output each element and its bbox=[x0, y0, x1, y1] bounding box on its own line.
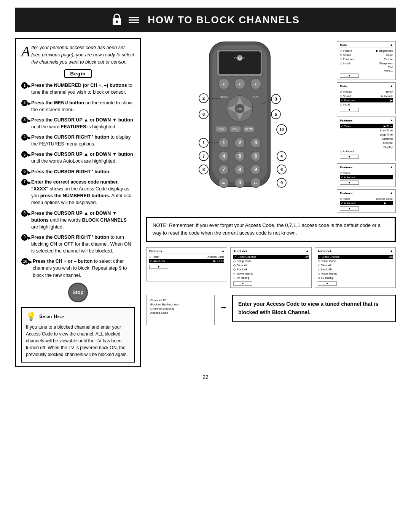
note-text: NOTE: Remember, if you ever forget your … bbox=[153, 222, 381, 236]
svg-text:7: 7 bbox=[202, 154, 204, 158]
svg-text:3: 3 bbox=[254, 140, 257, 145]
menu-screen-3: Features ▲ ✓ Timer▶ Time Start Time Stop… bbox=[337, 117, 396, 161]
stop-badge: Stop bbox=[21, 283, 135, 302]
smart-help-title: 💡 Smart Help bbox=[26, 312, 130, 321]
access-code-note-box: Enter your Access Code to view a tuned c… bbox=[232, 295, 396, 322]
step-1-num: 1 ▶ bbox=[21, 82, 31, 89]
step-7-content: Enter the correct access code number. "X… bbox=[31, 179, 135, 206]
begin-badge: Begin bbox=[21, 69, 135, 78]
step-10-content: Press the CH + or – button to select oth… bbox=[33, 258, 135, 278]
step-1: 1 ▶ Press the NUMBERED (or CH +, –) butt… bbox=[21, 82, 135, 96]
step-8-content: Press the CURSOR UP ▲ or DOWN ▼ buttons … bbox=[31, 210, 135, 230]
step-9-content: Press the CURSOR RIGHT ' button to turn … bbox=[31, 234, 135, 254]
step-2-num: 2 ▶ bbox=[21, 99, 31, 107]
svg-text:9: 9 bbox=[280, 181, 282, 185]
svg-text:8: 8 bbox=[202, 112, 204, 117]
remote-control-diagram: POWER ⏻ ● ● ● bbox=[146, 38, 333, 198]
step-2: 2 ▶ Press the MENU button on the remote … bbox=[21, 99, 135, 113]
step-5: 5 ▶ Press the CURSOR UP ▲ or DOWN ▼ butt… bbox=[21, 151, 135, 165]
bottom-screen-3: AutoLock ▲ ✓ Block ChannelOn ◇ Setup Cod… bbox=[315, 247, 396, 288]
svg-rect-2 bbox=[116, 22, 118, 23]
svg-text:●: ● bbox=[239, 82, 241, 86]
page-header: How to Block Channels bbox=[15, 8, 396, 32]
channel-blocked-row: Channel 12 Blocked By AutoLock Channel B… bbox=[146, 295, 396, 325]
svg-text:9: 9 bbox=[254, 167, 257, 172]
svg-text:1: 1 bbox=[222, 140, 225, 145]
step-4: 4 ▶ Press the CURSOR RIGHT ' button to d… bbox=[21, 134, 135, 147]
svg-text:⏮: ⏮ bbox=[222, 181, 225, 185]
svg-text:6: 6 bbox=[280, 167, 282, 172]
svg-text:5: 5 bbox=[274, 112, 277, 117]
step-9-num: 9 ▶ bbox=[21, 234, 31, 241]
step-9: 9 ▶ Press the CURSOR RIGHT ' button to t… bbox=[21, 234, 135, 254]
smart-help-text: If you tune to a blocked channel and ent… bbox=[26, 324, 130, 358]
step-4-content: Press the CURSOR RIGHT ' button to displ… bbox=[31, 134, 135, 147]
svg-text:6: 6 bbox=[254, 153, 257, 159]
step-10: 10 ▶ Press the CH + or – button to selec… bbox=[21, 258, 135, 278]
step-3-num: 3 ▶ bbox=[21, 117, 31, 124]
begin-label: Begin bbox=[64, 69, 92, 78]
note-box: NOTE: Remember, if you ever forget your … bbox=[146, 217, 396, 242]
intro-text: fter your personal access code has been … bbox=[31, 45, 134, 65]
svg-text:MUTE: MUTE bbox=[245, 128, 253, 131]
step-7-num: 7 ▶ bbox=[21, 179, 31, 186]
svg-text:VOL+: VOL+ bbox=[231, 128, 238, 131]
step-10-num: 10 ▶ bbox=[21, 258, 33, 265]
svg-text:8: 8 bbox=[202, 167, 204, 172]
menu-screen-2: Main ▲ ◇ PictureTimer ◇ SoundAutoLock ✓ … bbox=[337, 82, 396, 114]
main-content: A fter your personal access code has bee… bbox=[15, 38, 396, 367]
svg-text:3: 3 bbox=[274, 97, 277, 101]
step-2-content: Press the MENU button on the remote to s… bbox=[31, 99, 135, 113]
smart-help-box: 💡 Smart Help If you tune to a blocked ch… bbox=[21, 307, 135, 363]
svg-text:5: 5 bbox=[238, 153, 241, 159]
channel-blocked-screen: Channel 12 Blocked By AutoLock Channel B… bbox=[146, 295, 215, 325]
svg-text:MENU: MENU bbox=[220, 96, 228, 99]
svg-text:⏻: ⏻ bbox=[238, 56, 242, 60]
svg-text:OK: OK bbox=[237, 107, 242, 111]
bottom-row: Features ▲ ◇ TimerAccess Code ✓ AutoLock… bbox=[146, 247, 396, 288]
svg-text:8: 8 bbox=[238, 167, 241, 172]
access-code-note-text: Enter your Access Code to view a tuned c… bbox=[238, 301, 378, 315]
menu-screen-1: Main ▲ ✓ Picture▶ Brightness ◇ SoundColo… bbox=[337, 41, 396, 80]
step-1-content: Press the NUMBERED (or CH +, –) buttons … bbox=[31, 82, 135, 96]
svg-text:2: 2 bbox=[238, 140, 241, 145]
top-diagrams: POWER ⏻ ● ● ● bbox=[146, 38, 396, 213]
step-8-num: 8 ▶ bbox=[21, 210, 31, 217]
step-5-num: 5 ▶ bbox=[21, 151, 31, 158]
intro-paragraph: A fter your personal access code has bee… bbox=[21, 44, 135, 66]
step-8: 8 ▶ Press the CURSOR UP ▲ or DOWN ▼ butt… bbox=[21, 210, 135, 230]
lock-icon bbox=[111, 13, 123, 27]
stop-circle: Stop bbox=[68, 283, 88, 302]
step-6-num: 6 ▶ bbox=[21, 168, 31, 176]
step-6: 6 ▶ Press the CURSOR RIGHT ' button. bbox=[21, 168, 135, 176]
header-lines-left bbox=[129, 17, 139, 23]
svg-text:7: 7 bbox=[222, 167, 225, 172]
remote-svg: POWER ⏻ ● ● ● bbox=[183, 38, 297, 198]
menu-screen-4: Features ▲ ◇ Timer ✓ AutoLock ▼ bbox=[337, 163, 396, 187]
drop-cap: A bbox=[21, 44, 30, 59]
svg-text:⏭: ⏭ bbox=[254, 181, 257, 185]
step-5-content: Press the CURSOR UP ▲ or DOWN ▼ button u… bbox=[31, 151, 135, 165]
page-title: How to Block Channels bbox=[148, 14, 300, 26]
step-3: 3 ▶ Press the CURSOR UP ▲ or DOWN ▼ butt… bbox=[21, 117, 135, 130]
smart-help-label: Smart Help bbox=[39, 313, 64, 319]
svg-text:●: ● bbox=[223, 82, 225, 86]
bottom-screen-1: Features ▲ ◇ TimerAccess Code ✓ AutoLock… bbox=[146, 247, 227, 281]
step-4-num: 4 ▶ bbox=[21, 134, 31, 141]
svg-text:2: 2 bbox=[202, 96, 204, 101]
arrow-right-indicator: → bbox=[219, 302, 228, 312]
steps-list: 1 ▶ Press the NUMBERED (or CH +, –) butt… bbox=[21, 82, 135, 278]
svg-text:4: 4 bbox=[280, 154, 283, 158]
right-column: POWER ⏻ ● ● ● bbox=[146, 38, 396, 325]
bulb-icon: 💡 bbox=[26, 312, 36, 321]
step-7: 7 ▶ Enter the correct access code number… bbox=[21, 179, 135, 206]
svg-text:CH+: CH+ bbox=[218, 128, 224, 131]
menu-screen-5: Features ▲ ◇ TimerAccess Code ✓ AutoLock… bbox=[337, 189, 396, 213]
step-3-content: Press the CURSOR UP ▲ or DOWN ▼ button u… bbox=[31, 117, 135, 130]
svg-text:●: ● bbox=[255, 82, 256, 86]
page-number: 22 bbox=[0, 374, 411, 380]
stop-label: Stop bbox=[73, 289, 84, 295]
left-column: A fter your personal access code has bee… bbox=[15, 38, 141, 367]
bottom-screen-2: AutoLock ▲ ✓ Block ChannelOff ◇ Setup Co… bbox=[230, 247, 311, 288]
step-6-content: Press the CURSOR RIGHT ' button. bbox=[31, 168, 111, 175]
